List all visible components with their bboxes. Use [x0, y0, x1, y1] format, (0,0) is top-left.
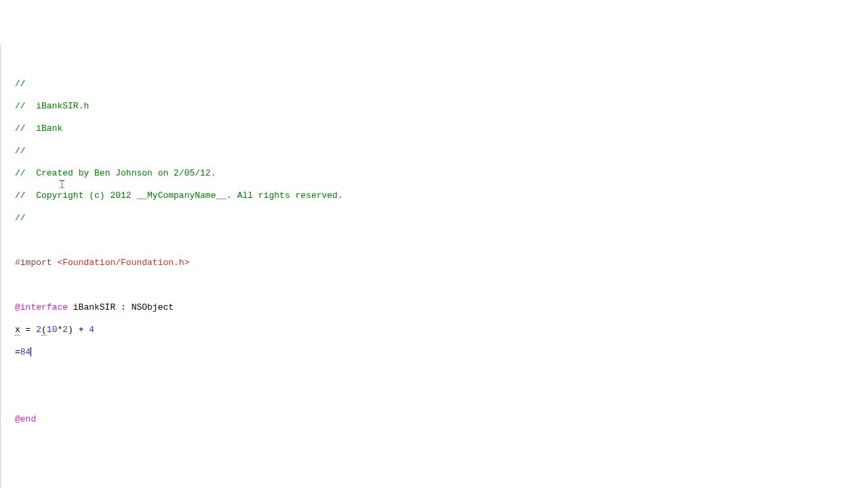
paren-open: ( — [41, 325, 47, 336]
blank-line[interactable] — [15, 369, 868, 381]
code-line[interactable]: // Copyright (c) 2012 __MyCompanyName__.… — [15, 190, 868, 202]
comment-prefix: // — [15, 190, 36, 201]
operator-equals: = — [20, 325, 36, 335]
comment-text: // iBank — [15, 123, 62, 134]
class-declaration: iBankSIR : NSObject — [68, 302, 174, 312]
operator-plus: + — [73, 325, 89, 335]
comment-text: // — [15, 79, 26, 89]
comment-text: // Created by Ben Johnson on 2/05/12. — [15, 168, 216, 178]
number-literal: 2 — [36, 325, 41, 335]
number-literal: 4 — [89, 325, 94, 335]
code-line[interactable]: // iBank — [15, 123, 868, 135]
comment-text: // iBankSIR.h — [15, 101, 89, 111]
text-cursor — [31, 347, 31, 357]
filename-text: iBankSIR.h — [36, 101, 89, 111]
copyright-text: Copyright (c) 2012 __MyCompanyName__. Al… — [36, 190, 342, 201]
code-content[interactable]: // // iBankSIR.h // iBank // // Created … — [1, 67, 868, 447]
comment-text: // — [15, 146, 26, 156]
code-line[interactable]: // — [15, 79, 868, 90]
variable-x: x — [15, 325, 20, 336]
number-literal: 10 — [47, 325, 58, 335]
code-line[interactable]: =84 — [15, 347, 868, 359]
end-keyword: @end — [15, 414, 36, 424]
paren-close: ) — [68, 325, 73, 335]
code-line[interactable]: // — [15, 146, 868, 157]
comment-text: // — [15, 213, 26, 223]
project-text: iBank — [36, 123, 62, 134]
operator-equals: = — [15, 347, 20, 357]
number-literal: 2 — [62, 325, 68, 335]
code-line[interactable]: @interface iBankSIR : NSObject — [15, 302, 868, 314]
comment-prefix: // — [15, 101, 36, 111]
code-line[interactable]: @end — [15, 414, 868, 426]
import-path: <Foundation/Foundation.h> — [57, 258, 189, 268]
comment-prefix: // — [15, 168, 36, 178]
blank-line[interactable] — [15, 235, 868, 247]
author-text: Created by Ben Johnson on 2/05/12. — [36, 168, 216, 178]
number-literal: 84 — [20, 347, 31, 357]
code-line[interactable]: // Created by Ben Johnson on 2/05/12. — [15, 168, 868, 180]
code-line[interactable]: x = 2(10*2) + 4 — [15, 325, 868, 336]
comment-text: // Copyright (c) 2012 __MyCompanyName__.… — [15, 190, 343, 201]
code-editor[interactable]: // // iBankSIR.h // iBank // // Created … — [0, 45, 868, 488]
code-line[interactable]: // — [15, 213, 868, 224]
blank-line[interactable] — [15, 392, 868, 403]
blank-line[interactable] — [15, 280, 868, 291]
code-line[interactable]: // iBankSIR.h — [15, 101, 868, 113]
import-directive: #import — [15, 258, 57, 268]
comment-prefix: // — [15, 123, 36, 134]
interface-keyword: @interface — [15, 302, 68, 312]
code-line[interactable]: #import <Foundation/Foundation.h> — [15, 258, 868, 269]
